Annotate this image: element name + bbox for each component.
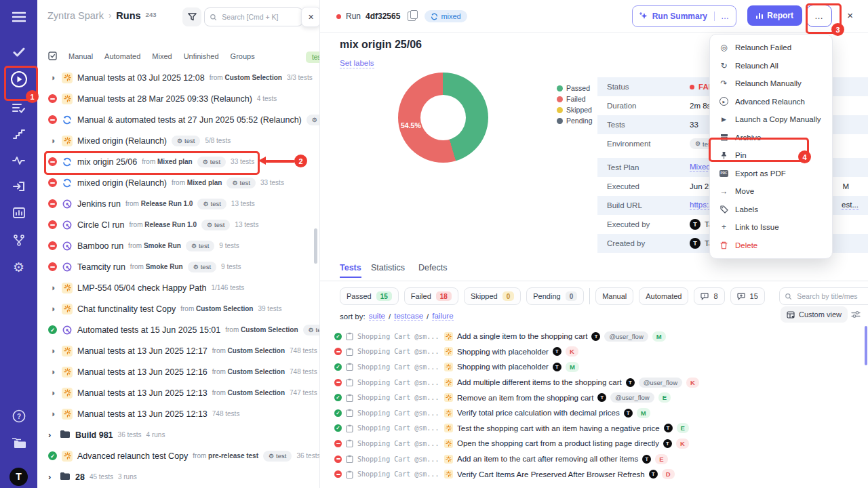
test-row[interactable]: ✓ Shopping Cart @sm... Verify total pric…: [320, 405, 868, 421]
tab-tests[interactable]: Tests: [340, 263, 361, 278]
run-row[interactable]: ◑ Mixed origin (Relaunch) ⚙test 5/8 test…: [37, 130, 319, 151]
menu-item-archive[interactable]: Archive: [710, 129, 832, 147]
build-url-suffix[interactable]: est...: [842, 201, 859, 210]
tag-chip[interactable]: tes: [306, 52, 320, 63]
test-row[interactable]: ✓ Shopping Cart @sm... Test the shopping…: [320, 421, 868, 436]
select-all-icon[interactable]: [48, 52, 57, 60]
menu-item-labels[interactable]: Labels: [710, 201, 832, 219]
filter-skipped[interactable]: Skipped0: [464, 287, 521, 305]
branches-icon[interactable]: [0, 228, 37, 251]
custom-view-button[interactable]: Custom view: [781, 306, 848, 323]
test-row[interactable]: Shopping Cart @sm... Shopping with place…: [320, 344, 868, 360]
run-row[interactable]: ✓ Automated tests at 15 Jun 2025 15:01 f…: [37, 319, 319, 340]
filter-funnel-button[interactable]: [182, 7, 201, 26]
activity-pulse-icon[interactable]: [0, 149, 37, 172]
run-title: Circle CI run: [77, 220, 124, 230]
projects-folder-icon[interactable]: [0, 431, 37, 454]
runs-search[interactable]: [204, 7, 303, 26]
sliders-icon[interactable]: [851, 309, 861, 321]
list-scrollbar[interactable]: [314, 228, 317, 264]
tests-search-input[interactable]: [795, 291, 868, 301]
run-row[interactable]: ◑ Manual tests at 03 Jul 2025 12:08 from…: [37, 67, 319, 88]
breadcrumb-project[interactable]: Zyntra Spark: [47, 10, 104, 21]
analytics-icon[interactable]: [0, 201, 37, 224]
menu-item-pin[interactable]: Pin: [710, 146, 832, 165]
tab-manual[interactable]: Manual: [68, 52, 93, 60]
run-row[interactable]: Circle CI run from Release Run 1.0 ⚙test…: [37, 214, 319, 235]
menu-item-delete[interactable]: Delete: [710, 237, 832, 255]
tasks-check-icon[interactable]: [0, 41, 37, 64]
tests-scrollbar[interactable]: [865, 326, 867, 365]
run-row[interactable]: ◑ Manual tests at 13 Jun 2025 12:13 from…: [37, 382, 319, 403]
test-row[interactable]: Shopping Cart @sm... Open the shopping c…: [320, 436, 868, 451]
more-actions-button[interactable]: …: [806, 5, 832, 27]
filter-manual[interactable]: Manual: [595, 287, 633, 305]
filter-passed[interactable]: Passed15: [340, 287, 399, 305]
tab-statistics[interactable]: Statistics: [371, 263, 405, 272]
report-button[interactable]: Report: [747, 5, 802, 26]
run-row[interactable]: Teamcity run from Smoke Run ⚙test 9 test…: [37, 256, 319, 277]
filter-comments-added[interactable]: 15: [730, 287, 765, 305]
test-row[interactable]: Shopping Cart @sm... Verify Cart Items A…: [320, 466, 868, 482]
panel-close-button[interactable]: ×: [301, 7, 320, 27]
settings-gear-icon[interactable]: ⚙: [0, 256, 37, 279]
tab-mixed[interactable]: Mixed: [152, 52, 172, 60]
sort-by-failure[interactable]: failure: [432, 312, 453, 321]
tests-search[interactable]: [779, 287, 868, 305]
tab-groups[interactable]: Groups: [231, 52, 255, 60]
menu-item-relaunch-manually[interactable]: ↷Relaunch Manually: [710, 75, 832, 93]
run-row[interactable]: ◑ Manual tests at 13 Jun 2025 12:16 from…: [37, 361, 319, 382]
copy-icon[interactable]: [408, 12, 416, 21]
workspace-avatar[interactable]: T: [0, 465, 37, 488]
filter-pending[interactable]: Pending0: [526, 287, 584, 305]
executed-suffix: M: [842, 182, 849, 190]
menu-icon[interactable]: [0, 5, 37, 28]
detail-close-button[interactable]: ×: [847, 9, 853, 21]
menu-item-relaunch-all[interactable]: ↻Relaunch All: [710, 57, 832, 75]
menu-item-move[interactable]: →Move: [710, 182, 832, 201]
runs-search-input[interactable]: [220, 12, 297, 22]
filter-comments[interactable]: 8: [694, 287, 724, 305]
runs-play-icon[interactable]: [0, 68, 37, 91]
test-suite: Shopping Cart @sm...: [357, 440, 440, 447]
assignee-avatar: T: [642, 455, 651, 464]
run-row[interactable]: Manual & automated tests at 27 Jun 2025 …: [37, 109, 319, 130]
set-labels-link[interactable]: Set labels: [340, 59, 374, 68]
run-row[interactable]: ◑ Manual tests at 13 Jun 2025 12:17 from…: [37, 340, 319, 361]
sort-by-suite[interactable]: suite: [369, 312, 385, 321]
menu-item-launch-copy[interactable]: ▶Launch a Copy Manually: [710, 110, 832, 129]
run-summary-button[interactable]: Run Summary …: [632, 5, 736, 27]
test-row[interactable]: Shopping Cart @sm... Add an item to the …: [320, 451, 868, 467]
test-row[interactable]: ✓ Shopping Cart @sm... Add a single item…: [320, 329, 868, 344]
menu-item-export-pdf[interactable]: PDFExport as PDF: [710, 165, 832, 183]
run-row[interactable]: ◑ LMP-554 05/04 check Happy Path 1/146 t…: [37, 277, 319, 298]
run-row[interactable]: ◑ Chat functinality test Copy from Custo…: [37, 298, 319, 319]
menu-item-advanced-relaunch[interactable]: ▶Advanced Relaunch: [710, 93, 832, 111]
menu-item-link-issue[interactable]: +Link to Issue: [710, 218, 832, 237]
test-title: Verify total price calculation with deci…: [457, 409, 620, 417]
tab-defects[interactable]: Defects: [418, 263, 447, 272]
run-group-row[interactable]: › 28 45 tests 3 runs: [37, 466, 319, 487]
chevron-right-icon[interactable]: ›: [48, 472, 55, 482]
sort-by-testcase[interactable]: testcase: [394, 312, 423, 321]
test-row[interactable]: Shopping Cart @sm... Add multiple differ…: [320, 375, 868, 390]
run-row[interactable]: Manual tests at 28 Mar 2025 09:33 (Relau…: [37, 88, 319, 109]
run-row[interactable]: ✓ Advanced relaunch test Copy from pre-r…: [37, 445, 319, 466]
filter-failed[interactable]: Failed18: [404, 287, 458, 305]
run-group-row[interactable]: › Build 981 36 tests 4 runs: [37, 424, 319, 445]
run-row[interactable]: Bamboo run from Smoke Run ⚙test 9 tests: [37, 235, 319, 256]
import-runs-icon[interactable]: [0, 175, 37, 198]
run-summary-more-icon[interactable]: …: [714, 12, 736, 21]
menu-item-relaunch-failed[interactable]: ◎Relaunch Failed: [710, 39, 832, 57]
run-row[interactable]: Jenkins run from Release Run 1.0 ⚙test 1…: [37, 193, 319, 214]
run-row[interactable]: ◑ Manual tests at 13 Jun 2025 12:13 748 …: [37, 403, 319, 424]
help-icon[interactable]: ?: [0, 405, 37, 428]
chevron-right-icon[interactable]: ›: [48, 430, 55, 440]
filter-automated[interactable]: Automated: [639, 287, 688, 305]
steps-icon[interactable]: [0, 123, 37, 146]
tab-unfinished[interactable]: Unfinished: [184, 52, 219, 60]
tab-automated[interactable]: Automated: [104, 52, 140, 60]
test-row[interactable]: ✓ Shopping Cart @sm... Remove an item fr…: [320, 390, 868, 405]
test-row[interactable]: ✓ Shopping Cart @sm... Shopping with pla…: [320, 359, 868, 375]
run-row[interactable]: mixed origin (Relaunch) from Mixed plan …: [37, 172, 319, 193]
